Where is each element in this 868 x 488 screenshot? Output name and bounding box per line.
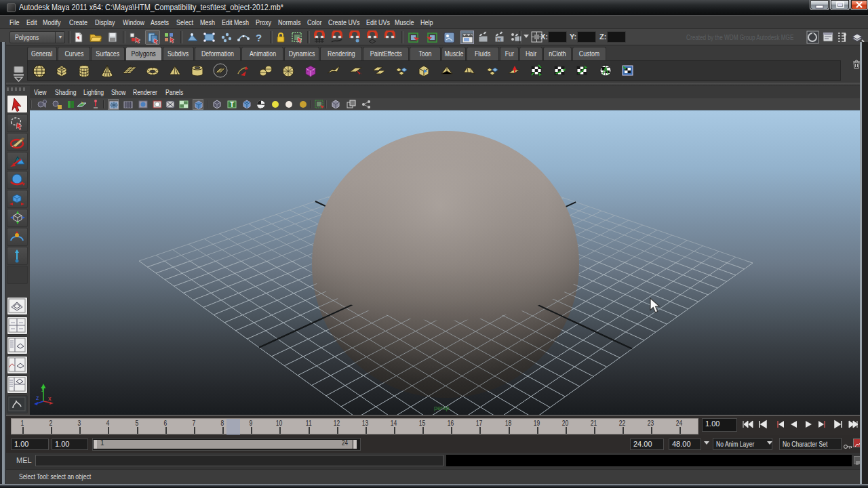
svg-text:?: ? bbox=[256, 32, 262, 43]
svg-text:T: T bbox=[230, 101, 234, 108]
svg-text:z: z bbox=[36, 394, 39, 401]
svg-text:x: x bbox=[48, 395, 52, 402]
svg-text:persp: persp bbox=[434, 405, 450, 411]
svg-text:R: R bbox=[497, 37, 501, 43]
svg-text:y: y bbox=[41, 385, 45, 392]
